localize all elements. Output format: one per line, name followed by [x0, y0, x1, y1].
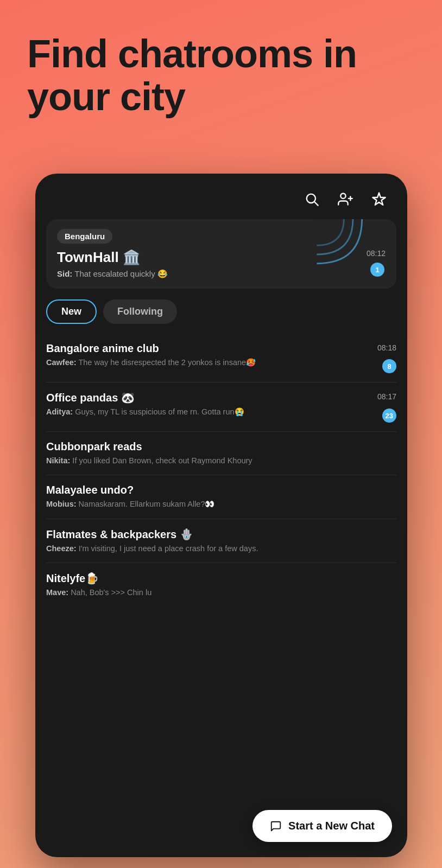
chat-preview: Cawfee: The way he disrespected the 2 yo… — [46, 357, 283, 368]
chat-name: Bangalore anime club — [46, 342, 372, 355]
featured-preview-text: That escalated quickly 😂 — [74, 269, 168, 278]
chat-username: Nikita: — [46, 456, 70, 465]
featured-badge-count: 1 — [370, 263, 384, 277]
chat-username: Cheeze: — [46, 544, 77, 553]
chat-username: Cawfee: — [46, 358, 77, 367]
svg-line-1 — [314, 202, 318, 205]
chat-preview-text: Guys, my TL is suspicious of me rn. Gott… — [75, 407, 244, 416]
hero-title: Find chatrooms in your city — [27, 33, 415, 118]
svg-point-2 — [340, 194, 345, 199]
badge-count: 8 — [382, 359, 396, 373]
featured-username: Sid: — [57, 269, 72, 278]
chat-preview-text: I'm visiting, I just need a place crash … — [79, 544, 258, 553]
chat-preview-text: Namaskaram. Ellarkum sukam Alle?👀 — [79, 500, 215, 508]
tabs-row: New Following — [35, 297, 407, 334]
sparkle-icon[interactable] — [370, 190, 388, 208]
list-item[interactable]: Office pandas 🐼 08:17 Aditya: Guys, my T… — [46, 382, 396, 432]
chat-name: Malayalee undo? — [46, 484, 391, 496]
hero-section: Find chatrooms in your city — [0, 0, 442, 140]
tab-following[interactable]: Following — [103, 299, 177, 324]
list-item[interactable]: Flatmates & backpackers 🪬 Cheeze: I'm vi… — [46, 519, 396, 563]
chat-name: Office pandas 🐼 — [46, 391, 372, 404]
chat-preview: Nikita: If you liked Dan Brown, check ou… — [46, 455, 396, 466]
add-user-icon[interactable] — [336, 190, 355, 208]
search-icon[interactable] — [302, 190, 321, 208]
fab-label: Start a New Chat — [288, 820, 375, 832]
chat-preview: Mave: Nah, Bob's >>> Chin lu — [46, 587, 396, 598]
tab-new[interactable]: New — [46, 299, 97, 324]
chat-preview: Mobius: Namaskaram. Ellarkum sukam Alle?… — [46, 499, 396, 509]
phone-header — [35, 174, 407, 216]
chat-username: Aditya: — [46, 407, 73, 416]
location-badge: Bengaluru — [57, 229, 112, 244]
chat-name: Cubbonpark reads — [46, 441, 391, 453]
chat-preview: Cheeze: I'm visiting, I just need a plac… — [46, 543, 396, 554]
chat-username: Mobius: — [46, 500, 77, 508]
chat-preview: Aditya: Guys, my TL is suspicious of me … — [46, 406, 271, 417]
fab-row: Start a New Chat — [50, 810, 392, 842]
list-item[interactable]: Cubbonpark reads Nikita: If you liked Da… — [46, 432, 396, 475]
featured-time: 08:12 — [367, 249, 386, 258]
chat-preview-text: The way he disrespected the 2 yonkos is … — [78, 358, 256, 367]
chat-name: Flatmates & backpackers 🪬 — [46, 528, 391, 541]
chat-username: Mave: — [46, 588, 68, 597]
chat-bubble-icon — [270, 820, 282, 832]
chat-list: Bangalore anime club 08:18 Cawfee: The w… — [35, 334, 407, 607]
start-chat-button[interactable]: Start a New Chat — [252, 810, 392, 842]
chat-preview-text: Nah, Bob's >>> Chin lu — [71, 588, 151, 597]
list-item[interactable]: Malayalee undo? Mobius: Namaskaram. Ella… — [46, 475, 396, 519]
list-item[interactable]: Bangalore anime club 08:18 Cawfee: The w… — [46, 334, 396, 382]
featured-chat[interactable]: Bengaluru TownHall 🏛️ Sid: That escalate… — [46, 219, 396, 289]
chat-time: 08:17 — [377, 392, 396, 401]
featured-preview: Sid: That escalated quickly 😂 — [57, 269, 386, 279]
list-item[interactable]: Nitelyfe🍺 Mave: Nah, Bob's >>> Chin lu — [46, 563, 396, 607]
chat-name: Nitelyfe🍺 — [46, 572, 391, 585]
chat-time: 08:18 — [377, 343, 396, 352]
badge-count: 23 — [382, 409, 396, 423]
chat-preview-text: If you liked Dan Brown, check out Raymon… — [72, 456, 252, 465]
phone-mockup: Bengaluru TownHall 🏛️ Sid: That escalate… — [35, 174, 407, 857]
arc-graphic — [312, 219, 367, 268]
